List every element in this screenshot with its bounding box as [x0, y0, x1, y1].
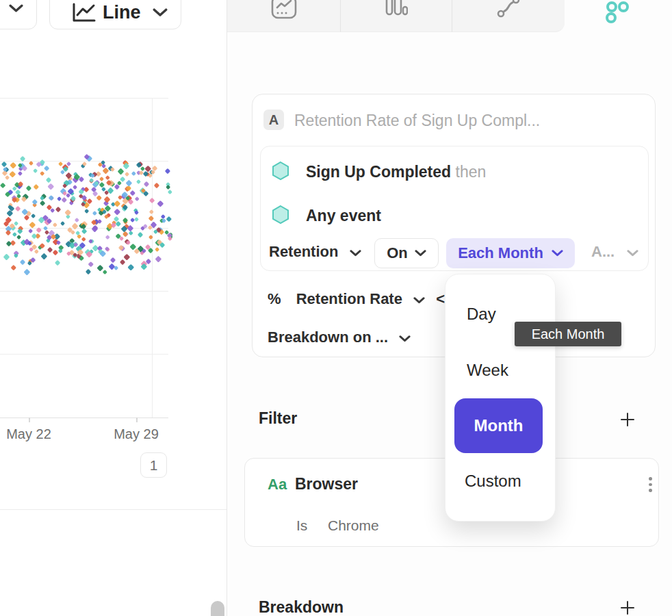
scatter-point [55, 260, 61, 266]
menu-item-day[interactable]: Day [467, 305, 496, 324]
event-name: Any event [306, 207, 381, 224]
scatter-point [148, 235, 153, 240]
menu-item-month[interactable]: Month [454, 398, 543, 453]
x-axis-label: May 29 [114, 426, 159, 442]
scatter-point [53, 222, 57, 227]
filter-menu-button[interactable] [649, 477, 652, 492]
scatter-point [47, 183, 53, 190]
scatter-layer [0, 144, 172, 277]
x-axis-label: May 22 [6, 426, 51, 442]
scatter-point [154, 183, 159, 188]
scatter-point [33, 168, 38, 173]
event-hexagon-icon [270, 205, 291, 227]
scatter-point [65, 209, 71, 216]
scatter-point [168, 236, 172, 241]
query-title[interactable]: Retention Rate of Sign Up Compl... [294, 112, 540, 130]
scatter-point [84, 209, 90, 214]
scatter-point [53, 250, 58, 255]
chart-type-label: Line [103, 2, 141, 23]
scatter-point [10, 162, 16, 168]
event-hexagon-icon [270, 161, 291, 183]
flow-icon [495, 0, 521, 19]
truncated-label: A... [591, 243, 615, 260]
scatter-point [103, 270, 107, 274]
menu-item-custom[interactable]: Custom [465, 472, 521, 491]
on-dropdown[interactable]: On [374, 238, 439, 268]
scatter-point [155, 255, 162, 262]
scatter-point [12, 232, 17, 237]
scatter-point [114, 209, 120, 215]
scatter-point [60, 221, 65, 226]
scatter-point [166, 185, 171, 190]
scatter-point [14, 253, 18, 258]
chevron-down-icon [552, 250, 563, 257]
scatter-point [127, 264, 133, 270]
bar-chart-icon [385, 0, 408, 20]
scatter-point [81, 237, 86, 241]
scatter-point [97, 265, 103, 271]
chart-options-button[interactable] [0, 0, 37, 29]
retention-dropdown[interactable]: Retention [269, 243, 361, 261]
plus-icon [619, 411, 636, 428]
filter-property[interactable]: Browser [295, 475, 358, 493]
chevron-down-icon [153, 8, 168, 17]
add-breakdown-button[interactable] [619, 599, 636, 616]
scatter-point [24, 268, 31, 275]
measure-row[interactable]: % Retention Rate < [268, 290, 445, 308]
scatter-point [110, 167, 115, 172]
filter-value[interactable]: Chrome [328, 517, 379, 534]
scatter-point [136, 179, 141, 184]
scatter-point [73, 185, 77, 190]
scatter-point [126, 179, 133, 186]
scatter-point [36, 227, 42, 233]
tab-bar-chart[interactable] [341, 0, 452, 32]
menu-item-week[interactable]: Week [467, 361, 508, 380]
chart-type-button[interactable]: Line [49, 0, 181, 29]
scatter-point [19, 156, 25, 162]
event-block: Sign Up Completed then Any event Retenti… [260, 146, 649, 271]
scatter-point [28, 229, 33, 233]
tab-flow[interactable] [452, 0, 565, 32]
breakdown-heading: Breakdown [259, 598, 344, 616]
scatter-point [138, 232, 143, 238]
scatter-point [154, 246, 159, 251]
comparator-label: < [436, 290, 445, 307]
add-filter-button[interactable] [619, 411, 636, 428]
scatter-point [99, 177, 103, 181]
scatter-point [3, 254, 10, 261]
scatter-point [71, 222, 78, 229]
scatter-point [18, 171, 23, 176]
scatter-point [92, 211, 97, 216]
scatter-point [134, 210, 139, 215]
panel-divider [0, 509, 227, 510]
scatter-point [5, 175, 10, 180]
scatter-point [33, 184, 38, 190]
period-dropdown[interactable]: Each Month [446, 238, 575, 268]
breakdown-on-dropdown[interactable]: Breakdown on ... [268, 329, 411, 346]
scatter-point [117, 168, 124, 175]
scatter-point [62, 197, 67, 203]
filter-operator[interactable]: Is [296, 517, 307, 534]
tab-chart-preview[interactable] [227, 0, 341, 32]
line-chart-icon [71, 3, 96, 23]
retention-label: Retention [269, 243, 338, 260]
app-root: Line May 22 May 29 1 [0, 0, 672, 616]
period-tooltip: Each Month [515, 322, 621, 346]
scatter-point [88, 261, 93, 266]
scatter-point [5, 230, 11, 235]
event-row-2[interactable]: Any event [306, 207, 381, 225]
scatter-point [122, 204, 128, 209]
truncated-dropdown[interactable]: A... [591, 243, 638, 261]
scatter-point [103, 190, 109, 196]
tab-dots-grid[interactable] [565, 0, 672, 32]
scrollbar-thumb[interactable] [211, 601, 224, 616]
scatter-point [122, 231, 129, 238]
scatter-point [166, 216, 171, 222]
scatter-point [165, 168, 170, 174]
pagination-page-1[interactable]: 1 [140, 452, 167, 478]
scatter-point [129, 231, 133, 235]
scatter-point [16, 235, 21, 240]
view-tabbar [227, 0, 672, 33]
event-row-1[interactable]: Sign Up Completed then [306, 163, 486, 181]
chevron-down-icon [413, 297, 425, 304]
